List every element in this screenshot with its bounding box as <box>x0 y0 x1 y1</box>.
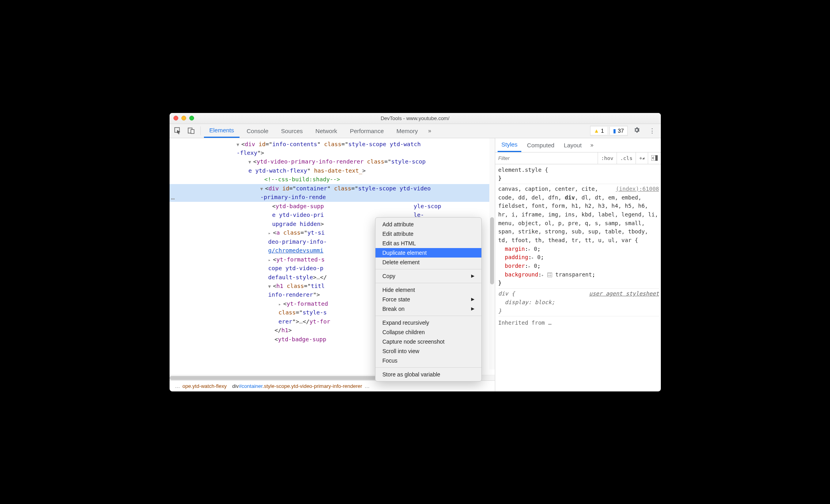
warning-count: 1 <box>601 128 604 134</box>
ctx-focus[interactable]: Focus <box>375 356 481 365</box>
tab-memory[interactable]: Memory <box>391 124 423 138</box>
cls-toggle[interactable]: .cls <box>617 152 636 164</box>
style-rule[interactable]: element.style { } <box>498 166 659 184</box>
styles-tabbar: Styles Computed Layout » <box>495 138 661 152</box>
breadcrumb-overflow-right[interactable]: … <box>362 383 372 389</box>
style-rule[interactable]: (index):61008 canvas, caption, center, c… <box>498 185 659 289</box>
chevron-right-icon: ▶ <box>471 306 474 311</box>
tab-console[interactable]: Console <box>241 124 274 138</box>
tab-performance[interactable]: Performance <box>344 124 389 138</box>
breadcrumb-item-current[interactable]: div#container.style-scope.ytd-video-prim… <box>232 383 362 389</box>
ctx-separator <box>375 367 481 368</box>
message-icon: ▮ <box>613 128 616 134</box>
selected-dom-node[interactable]: ▼<div id="container" class="style-scope … <box>170 184 495 202</box>
chevron-right-icon: ▶ <box>471 273 474 278</box>
window-title: DevTools - www.youtube.com/ <box>170 115 661 121</box>
ctx-copy[interactable]: Copy▶ <box>375 271 481 281</box>
ctx-separator <box>375 283 481 283</box>
context-menu[interactable]: Add attribute Edit attribute Edit as HTM… <box>375 217 482 382</box>
tabbar-divider <box>200 126 201 135</box>
styles-tab-computed[interactable]: Computed <box>523 138 558 152</box>
breadcrumb-overflow-left[interactable]: … <box>173 383 183 389</box>
tab-sources[interactable]: Sources <box>275 124 308 138</box>
gutter-ellipsis: … <box>171 194 175 201</box>
vertical-scrollbar[interactable] <box>489 138 495 369</box>
tabs-overflow-icon[interactable]: » <box>425 128 434 134</box>
ctx-edit-as-html[interactable]: Edit as HTML <box>375 239 481 248</box>
rule-source-label: user agent stylesheet <box>589 290 659 298</box>
ctx-add-attribute[interactable]: Add attribute <box>375 220 481 229</box>
styles-toolbar: :hov .cls +◢ <box>495 152 661 164</box>
rule-source-link[interactable]: (index):61008 <box>616 185 659 194</box>
ctx-edit-attribute[interactable]: Edit attribute <box>375 229 481 239</box>
ctx-scroll-into-view[interactable]: Scroll into view <box>375 346 481 356</box>
new-rule-button[interactable]: +◢ <box>636 152 647 164</box>
styles-panel: Styles Computed Layout » :hov .cls +◢ el… <box>495 138 661 391</box>
console-badges[interactable]: ▲ 1 ▮ 37 <box>590 126 627 136</box>
chevron-right-icon: ▶ <box>471 297 474 302</box>
styles-filter-input[interactable] <box>495 155 598 161</box>
styles-rules[interactable]: element.style { } (index):61008 canvas, … <box>495 164 661 391</box>
styles-tab-layout[interactable]: Layout <box>560 138 586 152</box>
ctx-break-on[interactable]: Break on▶ <box>375 304 481 314</box>
tab-elements[interactable]: Elements <box>204 124 240 138</box>
ctx-expand-recursively[interactable]: Expand recursively <box>375 318 481 327</box>
styles-tab-styles[interactable]: Styles <box>498 138 522 152</box>
svg-rect-4 <box>655 155 658 161</box>
ctx-force-state[interactable]: Force state▶ <box>375 295 481 304</box>
ctx-store-global[interactable]: Store as global variable <box>375 370 481 379</box>
color-swatch-icon[interactable] <box>547 273 552 277</box>
breadcrumb-item[interactable]: ope.ytd-watch-flexy <box>183 383 227 389</box>
messages-badge[interactable]: ▮ 37 <box>609 127 627 135</box>
settings-icon[interactable] <box>630 125 643 137</box>
toggle-computed-sidebar-icon[interactable] <box>648 152 661 164</box>
ctx-separator <box>375 316 481 316</box>
tabbar-right: ▲ 1 ▮ 37 ⋮ <box>590 125 658 137</box>
style-rule-ua[interactable]: user agent stylesheet div { display: blo… <box>498 290 659 316</box>
tab-network[interactable]: Network <box>310 124 343 138</box>
svg-rect-2 <box>191 130 194 134</box>
vertical-scrollbar-thumb[interactable] <box>490 217 494 284</box>
inspect-icon[interactable] <box>172 125 184 137</box>
devtools-window: DevTools - www.youtube.com/ Elements Con… <box>170 113 661 391</box>
ctx-capture-screenshot[interactable]: Capture node screenshot <box>375 337 481 346</box>
ctx-delete-element[interactable]: Delete element <box>375 258 481 267</box>
warning-badge[interactable]: ▲ 1 <box>590 127 607 135</box>
message-count: 37 <box>618 128 624 134</box>
ctx-collapse-children[interactable]: Collapse children <box>375 327 481 337</box>
ctx-separator <box>375 269 481 269</box>
main-tabbar: Elements Console Sources Network Perform… <box>170 124 661 138</box>
ctx-duplicate-element[interactable]: Duplicate element <box>375 248 481 258</box>
warning-icon: ▲ <box>594 128 599 134</box>
inherited-section: Inherited from … <box>498 317 659 327</box>
more-menu-icon[interactable]: ⋮ <box>646 126 658 136</box>
device-toggle-icon[interactable] <box>185 125 197 137</box>
ctx-hide-element[interactable]: Hide element <box>375 285 481 295</box>
styles-tabs-overflow-icon[interactable]: » <box>587 142 597 148</box>
titlebar: DevTools - www.youtube.com/ <box>170 113 661 124</box>
breadcrumb[interactable]: … ope.ytd-watch-flexy div#container.styl… <box>170 380 495 391</box>
hov-toggle[interactable]: :hov <box>598 152 617 164</box>
